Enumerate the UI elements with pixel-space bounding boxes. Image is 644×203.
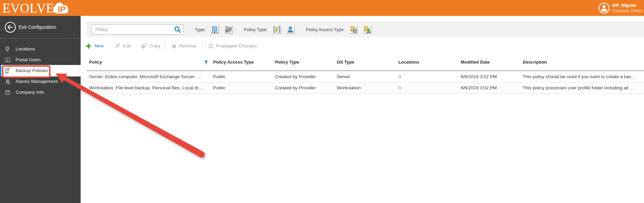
svg-text:IP: IP: [58, 5, 66, 14]
